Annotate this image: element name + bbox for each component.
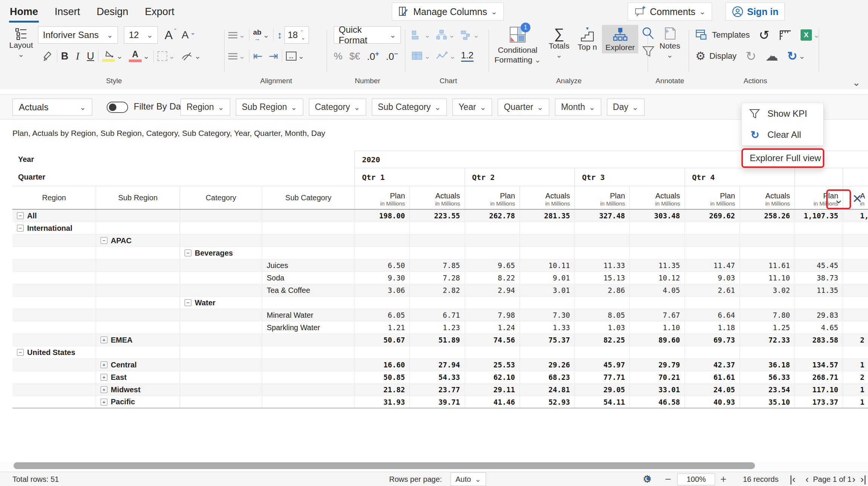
tab-home[interactable]: Home <box>10 0 38 23</box>
tab-design[interactable]: Design <box>97 0 128 23</box>
quarter-header[interactable]: Qtr 3 <box>575 168 685 186</box>
totals-button[interactable]: ∑ Totals ⌄ <box>546 26 573 59</box>
sign-in-button[interactable]: Sign in <box>726 3 785 21</box>
chip-month[interactable]: Month⌄ <box>555 99 601 116</box>
column-header-sub-category[interactable]: Sub Category <box>262 186 355 209</box>
menu-item-show-kpi[interactable]: Show KPI <box>742 103 823 124</box>
clear-formatting-button[interactable]: ⌄ <box>181 50 201 62</box>
refresh-button[interactable]: ↻ ⌄ <box>787 50 805 62</box>
chip-region[interactable]: Region⌄ <box>180 99 230 116</box>
collapse-icon[interactable]: − <box>185 250 191 256</box>
resize-icon[interactable] <box>779 29 792 41</box>
page-prev-icon[interactable]: ‹ <box>805 472 809 486</box>
chip-day[interactable]: Day⌄ <box>607 99 645 116</box>
table-chart-button[interactable]: ⌄ <box>411 51 431 61</box>
quarter-header[interactable]: Qtr 2 <box>465 168 575 186</box>
font-size-select[interactable]: 12 ⌄ <box>124 26 158 44</box>
filter-by-date-toggle[interactable] <box>107 102 128 113</box>
top-n-button[interactable]: ▾ Top n <box>574 26 601 52</box>
waterfall-chart-button[interactable]: ⌄ <box>460 29 480 41</box>
underline-button[interactable]: U <box>87 50 95 62</box>
currency-format-button[interactable]: $€ <box>349 50 360 62</box>
measure-select[interactable]: Actuals ⌄ <box>12 99 92 116</box>
column-header-measure[interactable]: Actualsin Millions <box>410 186 465 209</box>
bar-chart-button[interactable]: ⌄ <box>411 29 431 41</box>
undo-icon[interactable]: ↺ <box>759 29 770 41</box>
percent-format-button[interactable]: % <box>334 50 342 62</box>
format-painter-button[interactable] <box>42 50 53 62</box>
column-header-measure[interactable]: Planin Millions <box>685 186 740 209</box>
column-header-measure[interactable]: Planin Millions <box>575 186 630 209</box>
column-header-measure[interactable]: Planin Millions <box>355 186 410 209</box>
collapse-icon[interactable]: − <box>17 349 24 356</box>
fill-color-button[interactable]: ⌄ <box>102 51 123 62</box>
templates-button[interactable]: Templates <box>695 29 750 41</box>
collapse-icon[interactable]: − <box>101 237 107 244</box>
quarter-header[interactable]: Qtr 4 <box>685 168 795 186</box>
column-header-measure[interactable]: Actualsin Millions <box>520 186 575 209</box>
conditional-formatting-button[interactable]: 1 Conditional Formatting ⌄ <box>492 26 543 65</box>
column-header-sub-region[interactable]: Sub Region <box>96 186 180 209</box>
sparkline-button[interactable]: ⌄ <box>436 51 456 61</box>
number-format-button[interactable]: 1.2 <box>461 50 474 61</box>
quick-format-select[interactable]: Quick Format ⌄ <box>334 26 401 44</box>
publish-icon[interactable]: ☁ ↑ <box>766 50 778 62</box>
expand-icon[interactable]: + <box>101 337 107 343</box>
chip-quarter[interactable]: Quarter⌄ <box>498 99 549 116</box>
font-name-select[interactable]: Inforiver Sans ⌄ <box>38 26 118 44</box>
italic-button[interactable]: I <box>76 50 79 62</box>
column-header-measure[interactable]: Actualsin Millions <box>630 186 685 209</box>
increase-decimal-button[interactable]: .0+ <box>367 50 379 62</box>
borders-button[interactable]: ⌄ <box>157 51 175 61</box>
expand-icon[interactable]: + <box>101 361 107 368</box>
menu-item-explorer-full-view[interactable]: Explorer Full view <box>741 148 824 168</box>
zoom-in-icon[interactable]: + <box>720 472 726 486</box>
manage-columns-button[interactable]: Manage Columns ⌄ <box>392 3 504 21</box>
decrease-decimal-button[interactable]: .0− <box>386 50 398 62</box>
explorer-button[interactable]: Explorer <box>602 25 638 53</box>
expand-icon[interactable]: + <box>101 399 107 405</box>
chip-year[interactable]: Year⌄ <box>452 99 492 116</box>
hierarchy-chart-button[interactable]: ⌄ <box>436 29 455 41</box>
bold-button[interactable]: B <box>61 50 69 62</box>
increase-indent-icon[interactable]: ⇥ <box>269 50 278 62</box>
tab-insert[interactable]: Insert <box>55 0 80 23</box>
zoom-out-icon[interactable]: − <box>665 472 671 486</box>
fit-width-button[interactable]: ↔ ⌄ <box>286 52 304 61</box>
increase-font-button[interactable]: Aˆ <box>165 28 176 42</box>
column-header-measure[interactable]: Actualsin Millions <box>740 186 795 209</box>
spinner-down-icon[interactable]: ⌄ <box>301 35 306 40</box>
page-last-icon[interactable]: ›| <box>860 472 866 486</box>
comments-button[interactable]: Comments ⌄ <box>628 3 712 21</box>
menu-item-clear-all[interactable]: ↻ Clear All <box>742 124 823 145</box>
font-color-button[interactable]: A ⌄ <box>129 50 150 62</box>
export-excel-button[interactable]: X ⌄ <box>801 29 820 41</box>
chip-category[interactable]: Category⌄ <box>309 99 366 116</box>
collapse-icon[interactable]: − <box>17 212 24 219</box>
zoom-level[interactable]: 100% <box>677 473 715 485</box>
column-header-category[interactable]: Category <box>180 186 262 209</box>
chip-sub-region[interactable]: Sub Region⌄ <box>236 99 303 116</box>
rows-per-page-select[interactable]: Auto ⌄ <box>451 472 486 486</box>
tab-export[interactable]: Export <box>145 0 174 23</box>
quarter-header[interactable]: Qtr 1 <box>355 168 465 186</box>
vertical-align-button[interactable]: ⌄ <box>228 31 245 39</box>
page-next-icon[interactable]: › <box>852 472 856 486</box>
column-header-measure[interactable]: Planin Millions <box>465 186 520 209</box>
horizontal-align-button[interactable]: ⌄ <box>228 52 245 60</box>
scrollbar-thumb[interactable] <box>14 462 755 469</box>
collapse-icon[interactable]: − <box>17 225 24 232</box>
row-height-spinner[interactable]: 18 ˆ⌄ <box>284 26 309 44</box>
text-overflow-button[interactable]: ab→ ⌄ <box>253 29 269 42</box>
chip-sub-category[interactable]: Sub Category⌄ <box>372 99 447 116</box>
column-header-region[interactable]: Region <box>12 186 96 209</box>
page-first-icon[interactable]: |‹ <box>790 472 795 486</box>
more-options-chevron-icon[interactable]: ⌄ <box>834 194 843 205</box>
layout-button[interactable]: Layout ⌄ <box>6 27 36 58</box>
display-button[interactable]: ⚙ Display <box>695 50 737 62</box>
expand-icon[interactable]: + <box>101 386 107 393</box>
notes-button[interactable]: Notes ⌄ <box>655 26 685 59</box>
expand-icon[interactable]: + <box>101 374 107 381</box>
decrease-font-button[interactable]: A⌄ <box>182 29 196 41</box>
collapse-icon[interactable]: − <box>185 299 191 306</box>
